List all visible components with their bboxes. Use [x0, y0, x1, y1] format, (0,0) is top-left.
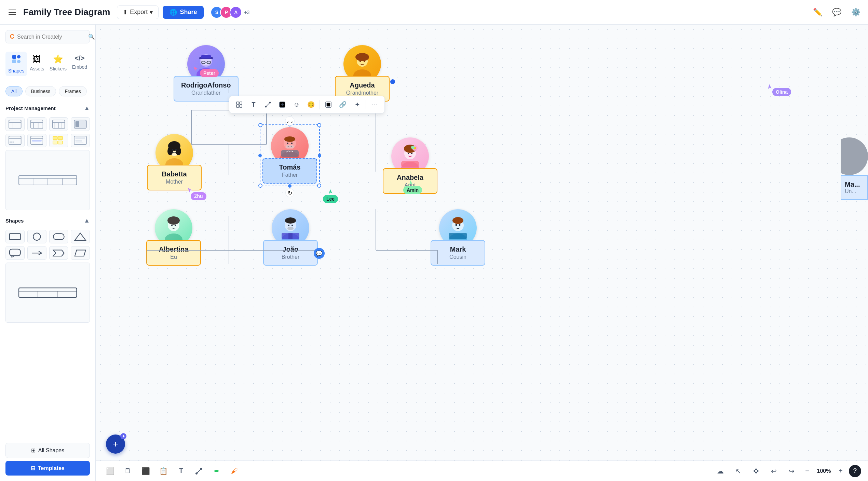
tool-icons: Shapes 🖼 Assets ⭐ Stickers </> Embed	[0, 49, 95, 82]
peter-label: Peter	[200, 69, 219, 77]
ft-move-button[interactable]	[233, 98, 246, 111]
filter-frames[interactable]: Frames	[59, 86, 86, 96]
svg-rect-67	[240, 105, 242, 107]
pm-shape-1[interactable]	[5, 117, 25, 131]
sidebar-item-stickers[interactable]: ⭐ Stickers	[47, 52, 69, 76]
ft-sparkle-button[interactable]: ✦	[351, 98, 364, 111]
ft-more-button[interactable]: ⋯	[368, 98, 381, 111]
tomas-node-inner: Tomás Father	[262, 127, 317, 184]
move-tool-button[interactable]: ✥	[748, 464, 763, 479]
edit-button[interactable]: ✏️	[811, 5, 824, 19]
joao-role: Brother	[271, 254, 310, 260]
sidebar-item-embed[interactable]: </> Embed	[69, 52, 90, 76]
zoom-out-button[interactable]: −	[802, 466, 813, 477]
ft-insert-button[interactable]	[276, 98, 289, 111]
section-title-shapes: Shapes	[5, 218, 24, 224]
node-tomas[interactable]: ⌄⌄ Tomás	[262, 127, 317, 184]
svg-point-38	[33, 233, 40, 240]
shape-triangle[interactable]	[71, 230, 90, 243]
search-icon: 🔍	[88, 34, 95, 40]
search-input[interactable]	[17, 34, 85, 40]
svg-rect-111	[401, 161, 419, 167]
svg-rect-2	[12, 59, 16, 63]
shape-arrow[interactable]	[27, 246, 46, 260]
pm-shape-2[interactable]	[27, 117, 46, 131]
shape-chevron[interactable]	[49, 246, 68, 260]
ft-emoji2-button[interactable]: 😊	[304, 98, 317, 111]
pm-shape-5[interactable]: ≡≡≡	[5, 134, 25, 147]
sidebar-item-shapes[interactable]: Shapes	[5, 52, 27, 76]
templates-button[interactable]: ⊟ Templates	[5, 461, 90, 476]
ft-frame-button[interactable]	[322, 98, 335, 111]
ft-emoji1-button[interactable]: ☺	[290, 98, 303, 111]
ft-link-button[interactable]: 🔗	[336, 98, 349, 111]
pm-shape-9[interactable]	[5, 150, 90, 210]
redo-button[interactable]: ↪	[784, 464, 799, 479]
node-partial-right[interactable]: Ma... Un...	[841, 137, 868, 200]
mark-role: Cousin	[438, 254, 478, 260]
ft-connector-button[interactable]	[261, 98, 274, 111]
svg-point-108	[411, 146, 415, 149]
svg-rect-29	[76, 137, 85, 139]
shape-rectangle[interactable]	[5, 230, 25, 243]
svg-point-127	[452, 217, 463, 224]
node-albertina[interactable]: Albertina Eu	[146, 209, 201, 266]
node-babetta[interactable]: Babetta Mother	[147, 134, 202, 190]
all-shapes-button[interactable]: ⊞ All Shapes	[5, 443, 90, 458]
bt-highlight-button[interactable]: 🖌	[227, 464, 242, 479]
share-button[interactable]: 🌐 Share	[163, 6, 204, 19]
canvas[interactable]: T ☺ 😊 🔗 ✦ ⋯	[96, 25, 868, 460]
bt-connector-button[interactable]	[191, 464, 206, 479]
globe-icon: 🌐	[169, 9, 177, 16]
shape-rounded-rect[interactable]	[49, 230, 68, 243]
filter-business[interactable]: Business	[25, 86, 56, 96]
tomas-rotate-handle[interactable]: ↻	[285, 188, 294, 197]
chat-button[interactable]: 💬	[830, 5, 843, 19]
section-toggle-shapes[interactable]: ▲	[84, 217, 90, 224]
pm-shape-6[interactable]	[27, 134, 46, 147]
pm-shape-3[interactable]	[49, 117, 68, 131]
filter-all[interactable]: All	[5, 86, 23, 96]
bt-sticky-button[interactable]: ⬛	[138, 464, 153, 479]
svg-rect-124	[288, 233, 293, 239]
ft-text-button[interactable]: T	[247, 98, 260, 111]
pm-shape-8[interactable]	[71, 134, 90, 147]
svg-point-100	[176, 147, 181, 155]
embed-label: Embed	[72, 64, 87, 70]
svg-point-109	[408, 153, 409, 154]
svg-point-133	[200, 468, 202, 470]
export-button[interactable]: ⬆ Export ▾	[117, 5, 159, 19]
pm-shape-4[interactable]	[71, 117, 90, 131]
help-button[interactable]: ?	[849, 465, 861, 477]
undo-button[interactable]: ↩	[766, 464, 781, 479]
cloud-save-button[interactable]: ☁	[713, 464, 728, 479]
menu-button[interactable]	[5, 5, 19, 19]
cursor-tool-button[interactable]: ↖	[731, 464, 746, 479]
zoom-in-button[interactable]: +	[835, 466, 846, 477]
babetta-name: Babetta	[154, 170, 194, 178]
node-joao[interactable]: João Brother 💬	[263, 209, 318, 266]
add-button[interactable]: + ✦	[106, 435, 125, 454]
shapes-icon	[12, 54, 21, 66]
svg-rect-80	[201, 55, 211, 58]
bt-note-button[interactable]: 🗒	[120, 464, 135, 479]
node-mark[interactable]: Mark Cousin	[431, 209, 485, 266]
shape-circle[interactable]	[27, 230, 46, 243]
node-agueda[interactable]: Agueda Grandmother	[335, 45, 390, 102]
zoom-level: 100%	[815, 468, 832, 474]
shape-table[interactable]	[5, 263, 90, 323]
shape-speech-bubble[interactable]	[5, 246, 25, 260]
bt-text-button[interactable]: T	[174, 464, 189, 479]
section-toggle-pm[interactable]: ▲	[84, 105, 90, 112]
shape-parallelogram[interactable]	[71, 246, 90, 260]
pm-shape-7[interactable]	[49, 134, 68, 147]
svg-line-68	[266, 103, 270, 107]
sidebar-item-assets[interactable]: 🖼 Assets	[27, 52, 47, 76]
tomas-collapse-btn[interactable]: ⌄⌄	[285, 116, 295, 126]
search-bar[interactable]: C 🔍	[5, 30, 90, 43]
settings-button[interactable]: ⚙️	[849, 5, 863, 19]
bt-pen-button[interactable]: ✒	[209, 464, 224, 479]
bt-postit-button[interactable]: 📋	[156, 464, 171, 479]
bt-frame-button[interactable]: ⬜	[103, 464, 118, 479]
svg-marker-43	[53, 250, 64, 256]
